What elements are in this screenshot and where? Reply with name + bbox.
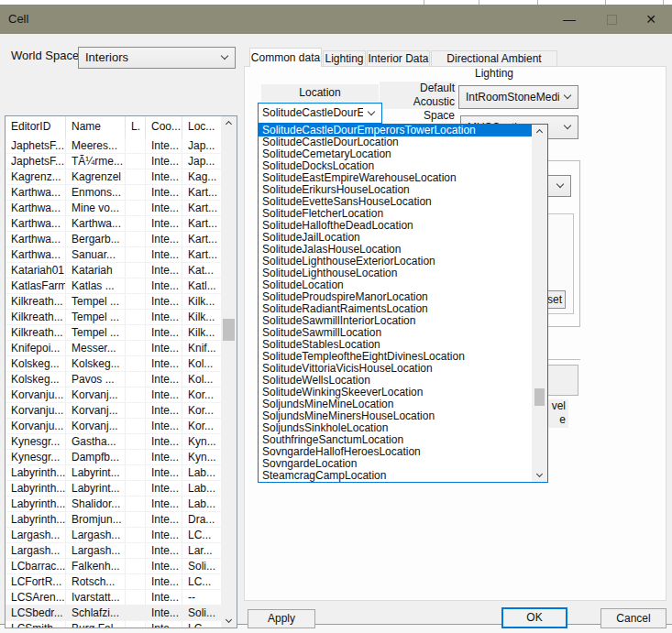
cell-coordinates: Inte... xyxy=(146,169,182,184)
minimize-button[interactable]: — xyxy=(548,5,590,34)
location-option[interactable]: SolitudeLighthouseLocation xyxy=(259,267,547,279)
column-header-l[interactable]: L. xyxy=(126,116,146,138)
list-scroll-thumb[interactable] xyxy=(534,388,545,406)
tab-lighting[interactable]: Lighting xyxy=(323,50,366,67)
cell-name: Tempel ... xyxy=(66,294,126,309)
location-option[interactable]: SolitudeDocksLocation xyxy=(259,160,547,172)
maximize-button[interactable] xyxy=(590,5,633,34)
table-row[interactable]: Labyrinth... Shalidor... Inte... Lab... xyxy=(6,497,237,512)
location-option[interactable]: SolitudeEvetteSansHouseLocation xyxy=(259,196,547,208)
location-combobox[interactable]: SolitudeCastleDourEmp xyxy=(258,103,382,124)
title-bar[interactable]: Cell — ✕ xyxy=(0,5,672,34)
column-header-coordinates[interactable]: Coo... xyxy=(146,116,182,138)
location-option[interactable]: SolitudeRadiantRaimentsLocation xyxy=(259,303,547,315)
table-row[interactable]: Korvanju... Korvanj... Inte... Kor... xyxy=(6,403,237,419)
table-row[interactable]: Korvanju... Korvanj... Inte... Kor... xyxy=(6,387,237,403)
location-option[interactable]: SoljundsMineMinersHouseLocation xyxy=(259,410,547,422)
table-row[interactable]: Karthwa... Karthwa... Inte... Kart... xyxy=(6,216,237,232)
cell-editorid: JaphetsF... xyxy=(6,154,66,169)
cell-editorid: Labyrinth... xyxy=(6,481,66,496)
table-row[interactable]: Largash... Largash... Inte... LC... xyxy=(6,528,237,543)
table-row[interactable]: Kagrenz... Kagrenzel Inte... Kag... xyxy=(6,169,237,185)
location-label: Location xyxy=(261,84,379,102)
tab-directional-ambient-lighting[interactable]: Directional Ambient Lighting xyxy=(431,50,557,67)
table-row[interactable]: Kilkreath... Tempel ... Inte... Kilk... xyxy=(6,294,237,310)
location-option[interactable]: SolitudeJailLocation xyxy=(259,232,547,244)
table-row[interactable]: LCSbedr... Schlafzi... Inte... Soli... xyxy=(6,606,237,621)
table-row[interactable]: Knifepoi... Messer... Inte... Knif... xyxy=(6,341,237,356)
scroll-up-icon[interactable] xyxy=(221,116,237,132)
table-row[interactable]: JaphetsF... TÃ¼rme... Inte... Jap... xyxy=(6,154,237,169)
cell-l xyxy=(126,543,146,558)
location-option[interactable]: SolitudeLighthouseExteriorLocation xyxy=(259,256,547,267)
table-row[interactable]: JaphetsF... Meeres... Inte... Jap... xyxy=(6,138,237,154)
location-option[interactable]: SolitudeCemetaryLocation xyxy=(259,148,547,160)
location-option[interactable]: SolitudeProudspireManorLocation xyxy=(259,291,547,303)
location-option[interactable]: SolitudeSawmillLocation xyxy=(259,327,547,339)
cell-l xyxy=(126,278,146,293)
acoustic-combobox[interactable]: IntRoomStoneMedium xyxy=(458,85,578,109)
column-header-name[interactable]: Name xyxy=(66,116,126,138)
table-row[interactable]: Kolskeg... Kolskeg... Inte... Kol... xyxy=(6,356,237,372)
table-row[interactable]: Kynesgr... Gastha... Inte... Kyn... xyxy=(6,434,237,450)
location-option[interactable]: SolitudeFletcherLocation xyxy=(259,208,547,220)
scroll-up-icon[interactable] xyxy=(532,125,547,140)
table-scroll-thumb[interactable] xyxy=(223,319,235,341)
column-header-editorid[interactable]: EditorID xyxy=(6,116,66,138)
table-row[interactable]: Labyrinth... Bromjun... Inte... Dra... xyxy=(6,512,237,528)
list-scrollbar[interactable] xyxy=(532,125,547,482)
location-option[interactable]: SolitudeCastleDourLocation xyxy=(259,136,547,148)
location-option[interactable]: SolitudeCastleDourEmperorsTowerLocation xyxy=(259,125,547,136)
ok-button[interactable]: OK xyxy=(501,607,567,628)
apply-button[interactable]: Apply xyxy=(248,609,315,628)
table-row[interactable]: Labyrinth... Labyrint... Inte... Lab... xyxy=(6,465,237,481)
cancel-button[interactable]: Cancel xyxy=(600,608,666,628)
tab-interior-data[interactable]: Interior Data xyxy=(367,50,430,67)
table-row[interactable]: Korvanju... Korvanj... Inte... Kor... xyxy=(6,419,237,434)
cell-coordinates: Inte... xyxy=(146,387,182,402)
table-row[interactable]: KatlasFarm Katlas ... Inte... Katl... xyxy=(6,278,237,294)
column-header-location[interactable]: Loc... xyxy=(182,116,223,138)
location-option[interactable]: SouthfringeSanctumLocation xyxy=(259,434,547,446)
location-option[interactable]: SolitudeLocation xyxy=(259,279,547,291)
minimize-icon: — xyxy=(563,5,576,34)
location-option[interactable]: SolitudeVittoriaVicisHouseLocation xyxy=(259,363,547,375)
table-row[interactable]: Kilkreath... Tempel ... Inte... Kilk... xyxy=(6,310,237,325)
location-option[interactable]: SteamcragCampLocation xyxy=(259,470,547,482)
table-row[interactable]: Katariah01 Katariah Inte... Kat... xyxy=(6,263,237,278)
location-option[interactable]: SolitudeSawmillInteriorLocation xyxy=(259,315,547,327)
table-row[interactable]: LCFortR... Rotsch... Inte... LC... xyxy=(6,574,237,590)
table-row[interactable]: Kilkreath... Tempel ... Inte... Kilk... xyxy=(6,325,237,341)
table-row[interactable]: Kolskeg... Pavos ... Inte... Kol... xyxy=(6,372,237,387)
location-option[interactable]: SolitudeEastEmpireWarehouseLocation xyxy=(259,172,547,184)
location-option[interactable]: SolitudeErikursHouseLocation xyxy=(259,184,547,196)
close-button[interactable]: ✕ xyxy=(630,5,672,34)
table-row[interactable]: LCSmith... Burg Fal... Inte... LC... xyxy=(6,621,237,628)
table-row[interactable]: Kynesgr... Dampfb... Inte... Kyn... xyxy=(6,450,237,465)
world-space-combobox[interactable]: Interiors xyxy=(78,47,236,69)
location-option[interactable]: SolitudeStablesLocation xyxy=(259,339,547,351)
location-option[interactable]: SolitudeWellsLocation xyxy=(259,375,547,387)
table-row[interactable]: LCbarrac... Falkenh... Inte... Soli... xyxy=(6,559,237,574)
table-scrollbar[interactable] xyxy=(221,116,237,628)
location-option[interactable]: SovngardeHallofHeroesLocation xyxy=(259,446,547,458)
location-option[interactable]: SoljundsMineMineLocation xyxy=(259,398,547,410)
table-row[interactable]: Labyrinth... Labyrint... Inte... Lab... xyxy=(6,481,237,497)
table-row[interactable]: Karthwa... Enmons... Inte... Kart... xyxy=(6,185,237,201)
table-row[interactable]: Karthwa... Bergarb... Inte... Kart... xyxy=(6,232,237,247)
scroll-down-icon[interactable] xyxy=(532,466,547,482)
location-option[interactable]: SoljundsSinkholeLocation xyxy=(259,422,547,434)
table-row[interactable]: Largash... Largash... Inte... Lar... xyxy=(6,543,237,559)
location-option[interactable]: SolitudeTempleoftheEightDivinesLocation xyxy=(259,351,547,363)
tab-common-data[interactable]: Common data xyxy=(249,48,322,67)
cell-location: Kyn... xyxy=(182,450,223,464)
scroll-down-icon[interactable] xyxy=(221,612,237,628)
table-row[interactable]: Karthwa... Mine vo... Inte... Kart... xyxy=(6,201,237,216)
location-option[interactable]: SolitudeHalloftheDeadLocation xyxy=(259,220,547,232)
cell-location: Kag... xyxy=(182,169,223,184)
table-row[interactable]: Karthwa... Sanuar... Inte... Kart... xyxy=(6,247,237,263)
location-option[interactable]: SolitudeWinkingSkeeverLocation xyxy=(259,387,547,398)
location-option[interactable]: SolitudeJalasHouseLocation xyxy=(259,244,547,256)
table-row[interactable]: LCSAren... Ivarstatt... Inte... -- xyxy=(6,590,237,606)
location-option[interactable]: SovngardeLocation xyxy=(259,458,547,470)
